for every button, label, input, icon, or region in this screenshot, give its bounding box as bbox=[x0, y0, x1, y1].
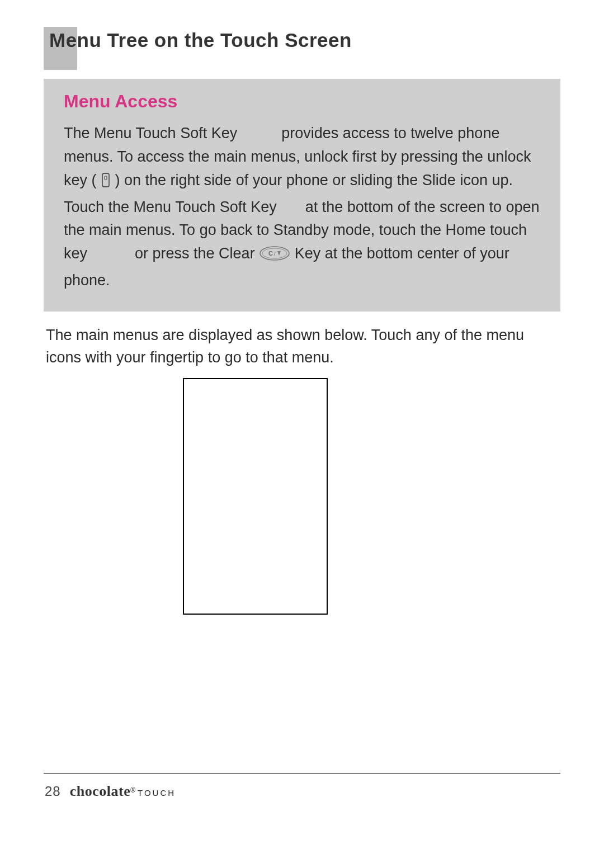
manual-page: Menu Tree on the Touch Screen Menu Acces… bbox=[0, 0, 604, 868]
clear-key-icon: C / bbox=[259, 245, 290, 269]
callout-body: The Menu Touch Soft Key provides access … bbox=[64, 122, 540, 293]
page-title: Menu Tree on the Touch Screen bbox=[49, 27, 352, 51]
footer-rule bbox=[44, 773, 560, 774]
svg-text:C: C bbox=[268, 250, 273, 257]
brand-block: chocolate®TOUCH bbox=[70, 783, 176, 800]
page-number: 28 bbox=[45, 784, 61, 799]
body-paragraph: The main menus are displayed as shown be… bbox=[44, 324, 560, 369]
brand-name: chocolate bbox=[70, 783, 130, 799]
header-row: Menu Tree on the Touch Screen bbox=[44, 27, 560, 70]
callout-heading: Menu Access bbox=[64, 91, 540, 112]
info-callout: Menu Access The Menu Touch Soft Key prov… bbox=[44, 79, 560, 312]
callout-text-1: The Menu Touch Soft Key bbox=[64, 125, 242, 141]
footer: 28 chocolate®TOUCH bbox=[45, 783, 176, 800]
svg-rect-0 bbox=[102, 173, 109, 187]
svg-rect-1 bbox=[105, 176, 107, 180]
lock-icon bbox=[101, 172, 111, 196]
brand-subtitle: TOUCH bbox=[138, 788, 176, 798]
phone-screenshot-placeholder bbox=[183, 378, 328, 615]
callout-text-5: or press the Clear bbox=[131, 245, 259, 262]
registered-mark: ® bbox=[130, 786, 135, 794]
